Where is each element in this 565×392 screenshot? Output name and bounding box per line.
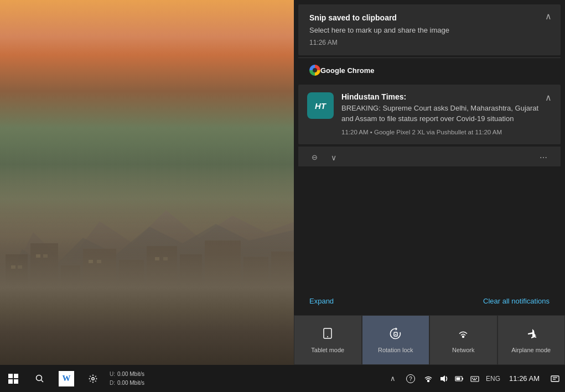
notification-panel: Snip saved to clipboard Select here to m… <box>294 0 565 365</box>
ht-meta: 11:20 AM • Google Pixel 2 XL via Pushbul… <box>341 128 552 137</box>
svg-rect-48 <box>476 378 477 379</box>
help-icon: ? <box>406 374 415 383</box>
ht-more-button[interactable]: ⋯ <box>535 151 552 164</box>
language-indicator[interactable]: ENG <box>483 365 504 392</box>
ht-expand-button[interactable]: ∨ <box>326 151 341 164</box>
ht-close-button[interactable]: ∧ <box>542 90 555 105</box>
svg-rect-50 <box>551 376 559 381</box>
airplane-mode-label: Airplane mode <box>511 347 551 353</box>
svg-marker-41 <box>440 375 445 382</box>
windows-logo-icon <box>8 374 18 384</box>
start-button[interactable] <box>0 365 27 392</box>
system-tray: ∧ ? <box>385 365 565 392</box>
word-app-taskbar[interactable]: W <box>53 365 80 392</box>
chrome-icon <box>309 65 320 76</box>
upload-value: 0.00 Mbit/s <box>117 370 144 379</box>
svg-rect-49 <box>473 379 476 380</box>
gear-icon <box>89 374 97 383</box>
search-icon <box>35 374 44 383</box>
wallpaper <box>0 0 296 365</box>
svg-rect-46 <box>472 378 473 379</box>
rotation-lock-label: Rotation lock <box>378 347 413 353</box>
volume-button[interactable] <box>436 365 452 392</box>
chrome-header: Google Chrome <box>298 60 561 80</box>
clear-all-button[interactable]: Clear all notifications <box>483 295 550 307</box>
minus-icon: ⊖ <box>312 153 318 161</box>
keyboard-icon <box>470 374 479 383</box>
ht-content: Hindustan Times: BREAKING: Supreme Court… <box>341 92 552 137</box>
airplane-mode-icon <box>525 327 538 343</box>
tray-expand-button[interactable]: ∧ <box>385 365 401 392</box>
svg-rect-43 <box>462 378 463 379</box>
ht-actions: ⊖ ∨ ⋯ <box>298 147 561 166</box>
ht-logo: HT <box>307 92 334 119</box>
snip-notification[interactable]: Snip saved to clipboard Select here to m… <box>298 4 561 55</box>
tablet-mode-label: Tablet mode <box>311 347 344 353</box>
expand-button[interactable]: Expand <box>309 295 334 307</box>
svg-rect-34 <box>8 379 13 384</box>
wifi-button[interactable] <box>421 365 436 392</box>
snip-body: Select here to mark up and share the ima… <box>309 25 550 35</box>
keyboard-button[interactable] <box>467 365 483 392</box>
taskbar: W U: 0.00 Mbit/s D: 0.00 Mbit/s ∧ ? <box>0 365 565 392</box>
quick-actions: Tablet mode Rotation lock N <box>294 315 565 365</box>
download-value: 0.00 Mbit/s <box>117 379 144 388</box>
divider <box>298 58 561 58</box>
ht-notification[interactable]: HT Hindustan Times: BREAKING: Supreme Co… <box>298 85 561 144</box>
word-icon: W <box>59 371 74 386</box>
svg-rect-33 <box>14 374 18 378</box>
settings-button[interactable] <box>80 365 106 392</box>
notification-center-button[interactable] <box>545 365 565 392</box>
battery-button[interactable] <box>452 365 467 392</box>
network-stats: U: 0.00 Mbit/s D: 0.00 Mbit/s <box>106 370 148 388</box>
bottom-actions: Expand Clear all notifications <box>298 289 561 313</box>
svg-point-31 <box>463 336 464 338</box>
quick-tile-tablet-mode[interactable]: Tablet mode <box>294 315 362 365</box>
svg-line-37 <box>42 380 44 382</box>
svg-point-36 <box>37 375 42 380</box>
quick-tile-network[interactable]: Network <box>429 315 497 365</box>
help-button[interactable]: ? <box>401 365 421 392</box>
clock[interactable]: 11:26 AM <box>504 365 545 392</box>
wifi-icon <box>424 374 433 383</box>
svg-rect-35 <box>14 379 18 384</box>
quick-tile-airplane-mode[interactable]: Airplane mode <box>497 315 566 365</box>
volume-icon <box>439 374 448 383</box>
ht-headline: BREAKING: Supreme Court asks Delhi, Maha… <box>341 103 552 124</box>
quick-tile-rotation-lock[interactable]: Rotation lock <box>362 315 430 365</box>
ht-source: Hindustan Times: <box>341 92 552 101</box>
svg-rect-32 <box>8 374 13 378</box>
svg-point-40 <box>428 380 429 381</box>
upload-label: U: <box>110 370 115 379</box>
network-label: Network <box>452 347 474 353</box>
download-label: D: <box>110 379 115 388</box>
battery-icon <box>455 374 464 383</box>
snip-close-button[interactable]: ∧ <box>542 10 555 23</box>
ht-dismiss-button[interactable]: ⊖ <box>307 151 322 164</box>
cortana-button[interactable] <box>27 365 53 392</box>
snip-time: 11:26 AM <box>309 39 550 46</box>
snip-title: Snip saved to clipboard <box>309 13 550 22</box>
svg-text:?: ? <box>409 376 412 382</box>
tablet-mode-icon <box>321 327 334 343</box>
notification-center-icon <box>551 374 559 383</box>
svg-rect-44 <box>457 377 460 380</box>
svg-rect-47 <box>474 378 475 379</box>
network-icon <box>457 327 470 343</box>
svg-rect-45 <box>471 377 479 381</box>
clock-time: 11:26 AM <box>509 374 540 383</box>
chrome-label: Google Chrome <box>320 66 375 75</box>
rotation-lock-icon <box>389 327 402 343</box>
